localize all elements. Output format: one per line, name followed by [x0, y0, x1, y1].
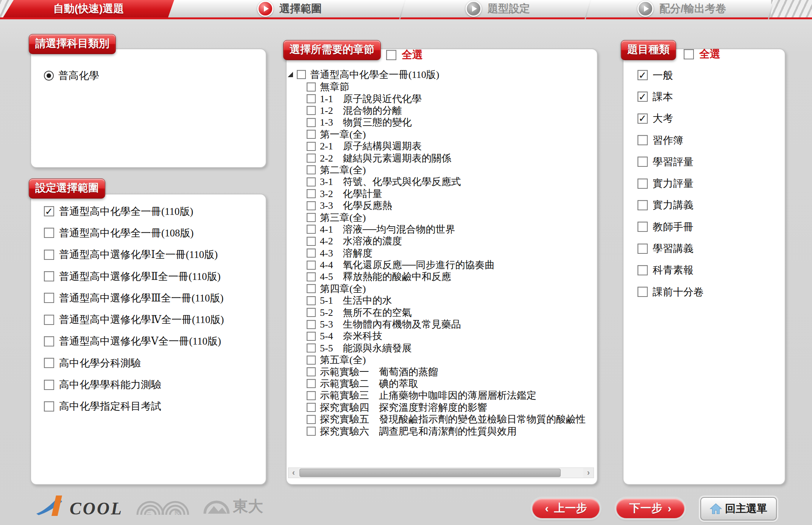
tree-row: 5-5 能源與永續發展 [307, 342, 591, 354]
type-row: 實力評量 [637, 172, 781, 194]
book-checklist: ✓普通型高中化學全一冊(110版)普通型高中化學全一冊(108版)普通型高中選修… [44, 200, 262, 417]
tree-node-label: 5-5 能源與永續發展 [320, 342, 412, 355]
type-checkbox[interactable] [637, 265, 648, 275]
book-checkbox[interactable] [44, 336, 54, 346]
book-label: 普通型高中選修化學Ⅴ全一冊(110版) [59, 334, 221, 348]
type-checkbox[interactable] [637, 287, 648, 297]
tab-score-output[interactable]: 配分/輸出考卷 [594, 0, 770, 17]
tree-node-checkbox[interactable] [307, 332, 316, 341]
tree-node-checkbox[interactable] [307, 427, 316, 436]
type-row: 學習講義 [637, 238, 781, 259]
tree-row: 第四章(全) [307, 283, 591, 295]
tree-node-checkbox[interactable] [307, 237, 316, 246]
tab-auto-quick-select[interactable]: 自動(快速)選題 [3, 0, 174, 17]
tree-node-checkbox[interactable] [307, 142, 316, 151]
tree-node-label: 探究實驗六 調查肥皂和清潔劑的性質與效用 [320, 425, 517, 438]
book-row: ✓普通型高中化學全一冊(110版) [44, 200, 262, 222]
book-checkbox[interactable] [44, 315, 54, 325]
scrollbar-thumb[interactable] [299, 469, 561, 477]
tree-node-checkbox[interactable] [307, 189, 316, 198]
subject-radio[interactable] [44, 71, 54, 81]
prev-step-button[interactable]: ‹ 上一步 [532, 499, 600, 518]
tree-root-checkbox[interactable] [297, 70, 306, 79]
book-label: 高中化學指定科目考試 [59, 399, 161, 413]
type-checkbox[interactable] [637, 179, 648, 189]
type-checkbox[interactable] [637, 222, 648, 232]
book-checkbox[interactable] [44, 250, 54, 260]
tree-row: 第一章(全) [307, 129, 591, 140]
type-checkbox[interactable] [637, 200, 648, 210]
tab-select-range[interactable]: 選擇範圍 [178, 0, 401, 17]
tree-node-checkbox[interactable] [307, 391, 316, 400]
type-label: 學習評量 [653, 155, 694, 169]
type-checkbox[interactable] [637, 157, 648, 167]
book-checkbox[interactable] [44, 228, 54, 238]
tree-row: 5-2 無所不在的空氣 [307, 306, 591, 318]
tree-node-checkbox[interactable] [307, 213, 316, 222]
tree-row: 1-3 物質三態的變化 [307, 116, 591, 128]
tungta-logo-icon [203, 495, 231, 517]
tree-node-checkbox[interactable] [307, 261, 316, 270]
tab-label: 題型設定 [488, 2, 530, 16]
scroll-left-icon[interactable]: ‹ [288, 468, 299, 478]
tab-label: 自動(快速)選題 [53, 2, 124, 16]
range-panel-title: 設定選擇範圍 [29, 179, 105, 199]
type-checkbox[interactable] [637, 244, 648, 254]
type-checklist: ✓一般✓課本✓大考習作簿學習評量實力評量實力講義教師手冊學習講義科青素報課前十分… [637, 64, 781, 303]
type-row: ✓大考 [637, 108, 781, 129]
tree-node-checkbox[interactable] [307, 225, 316, 234]
tree-node-checkbox[interactable] [307, 379, 316, 388]
tree-node-checkbox[interactable] [307, 320, 316, 329]
tree-row: 探究實驗五 發現酸鹼指示劑的變色並檢驗日常物質的酸鹼性 [307, 413, 591, 425]
tree-node-checkbox[interactable] [307, 415, 316, 424]
tree-node-checkbox[interactable] [307, 284, 316, 293]
tree-node-checkbox[interactable] [307, 296, 316, 305]
chapter-select-all-checkbox[interactable] [386, 50, 396, 60]
type-label: 實力評量 [653, 177, 694, 190]
type-select-all-checkbox[interactable] [684, 49, 694, 59]
book-checkbox[interactable] [44, 271, 54, 281]
tree-node-checkbox[interactable] [307, 308, 316, 317]
type-checkbox[interactable]: ✓ [637, 92, 648, 102]
tree-node-checkbox[interactable] [307, 201, 316, 210]
tree-root-label: 普通型高中化學全一冊(110版) [310, 68, 439, 81]
tree-node-checkbox[interactable] [307, 403, 316, 412]
tree-node-checkbox[interactable] [307, 356, 316, 365]
tree-node-label: 3-2 化學計量 [320, 187, 382, 200]
tree-node-checkbox[interactable] [307, 177, 316, 186]
tree-node-checkbox[interactable] [307, 165, 316, 174]
scroll-right-icon[interactable]: › [583, 468, 594, 478]
book-checkbox[interactable] [44, 380, 54, 390]
tree-node-checkbox[interactable] [307, 343, 316, 353]
tree-node-checkbox[interactable] [307, 272, 316, 281]
tree-node-checkbox[interactable] [307, 82, 316, 92]
back-to-main-menu-button[interactable]: 回主選單 [700, 497, 777, 520]
book-checkbox[interactable] [44, 293, 54, 303]
next-step-button[interactable]: 下一步 › [616, 499, 684, 518]
tree-node-checkbox[interactable] [307, 154, 316, 163]
book-checkbox[interactable] [44, 401, 54, 412]
tree-node-checkbox[interactable] [307, 367, 316, 376]
book-checkbox[interactable] [44, 358, 54, 368]
tree-node-label: 5-2 無所不在的空氣 [320, 306, 412, 319]
tree-node-checkbox[interactable] [307, 130, 316, 139]
chapter-horizontal-scrollbar[interactable]: ‹ › [288, 468, 594, 478]
tree-row: 1-1 原子說與近代化學 [307, 93, 591, 104]
tab-question-type-setting[interactable]: 題型設定 [409, 0, 587, 17]
tree-node-label: 4-1 溶液──均勻混合物的世界 [320, 223, 455, 236]
book-row: 高中化學分科測驗 [44, 352, 262, 374]
type-checkbox[interactable]: ✓ [637, 113, 648, 124]
type-checkbox[interactable]: ✓ [637, 70, 648, 80]
book-label: 普通型高中化學全一冊(108版) [59, 226, 193, 240]
tree-expander-icon[interactable] [288, 72, 293, 77]
tree-node-label: 5-4 奈米科技 [320, 329, 382, 343]
tree-row: 2-1 原子結構與週期表 [307, 140, 591, 152]
tree-node-checkbox[interactable] [307, 106, 316, 115]
tree-node-checkbox[interactable] [307, 249, 316, 258]
tree-node-label: 5-3 生物體內有機物及常見藥品 [320, 318, 461, 331]
type-checkbox[interactable] [637, 135, 648, 145]
book-label: 高中化學學科能力測驗 [59, 378, 161, 391]
tree-node-checkbox[interactable] [307, 94, 316, 103]
book-checkbox[interactable]: ✓ [44, 206, 54, 216]
tree-node-checkbox[interactable] [307, 118, 316, 127]
